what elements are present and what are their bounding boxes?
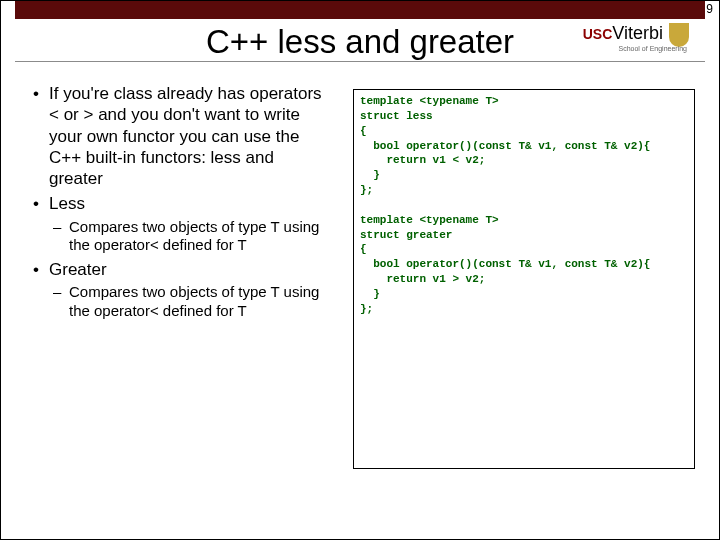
sub-bullet-item: Compares two objects of type T using the… [49, 283, 331, 321]
sub-bullet-text: Compares two objects of type T using the… [69, 283, 319, 319]
code-block: template <typename T> struct less { bool… [353, 89, 695, 469]
bullet-text: If you're class already has operators < … [49, 84, 322, 188]
bullet-item: Less Compares two objects of type T usin… [31, 193, 331, 255]
bullet-item: If you're class already has operators < … [31, 83, 331, 189]
sub-bullet-item: Compares two objects of type T using the… [49, 218, 331, 256]
divider [15, 61, 705, 62]
bullet-text: Less [49, 194, 85, 213]
sub-bullet-text: Compares two objects of type T using the… [69, 218, 319, 254]
slide: 9 USCViterbi School of Engineering C++ l… [0, 0, 720, 540]
page-number: 9 [706, 2, 713, 16]
bullet-text: Greater [49, 260, 107, 279]
bullet-list: If you're class already has operators < … [31, 83, 331, 325]
slide-title: C++ less and greater [1, 23, 719, 61]
header-bar [15, 1, 705, 19]
bullet-item: Greater Compares two objects of type T u… [31, 259, 331, 321]
